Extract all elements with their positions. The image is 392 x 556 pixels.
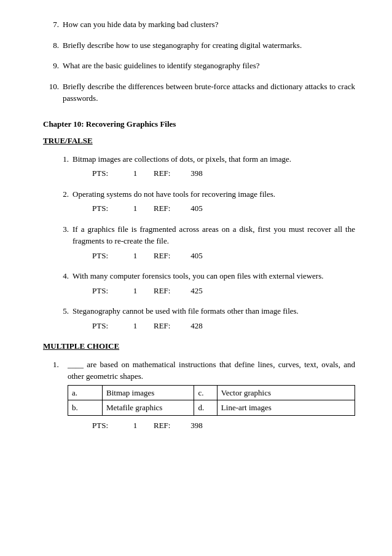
question-10: 10. Briefly describe the differences bet… [43,81,355,105]
mc1-number: 1. [53,359,68,383]
tf4-ref-value: 425 [178,285,215,297]
tf-question-1: 1. Bitmap images are collections of dots… [43,153,355,180]
tf4-text: With many computer forensics tools, you … [73,270,355,282]
question-9: 9. What are the basic guidelines to iden… [43,60,355,72]
q8-text: Briefly describe how to use steganograph… [63,39,355,52]
question-8: 8. Briefly describe how to use steganogr… [43,39,355,52]
tf1-pts-label: PTS: [92,167,117,180]
mc1-d-value: Line-art images [217,400,355,416]
mc1-a-label: a. [68,385,103,400]
mc1-c-label: c. [194,385,217,400]
tf4-pts-label: PTS: [92,285,117,297]
mc1-text: ____ are based on mathematical instructi… [68,359,355,383]
mc1-b-value: Metafile graphics [103,400,194,416]
tf4-pts-row: PTS: 1 REF: 425 [92,285,355,297]
mc1-answer-table: a. Bitmap images c. Vector graphics b. M… [68,385,355,416]
tf1-ref-value: 398 [178,167,215,180]
tf-question-2: 2. Operating systems do not have tools f… [43,188,355,215]
mc1-a-value: Bitmap images [103,385,194,400]
true-false-heading: TRUE/FALSE [43,135,355,147]
tf2-pts-row: PTS: 1 REF: 405 [92,202,355,215]
tf2-text: Operating systems do not have tools for … [73,188,355,201]
tf5-ref-label: REF: [154,320,178,332]
q7-text: How can you hide data by marking bad clu… [63,18,355,31]
mc1-c-value: Vector graphics [217,385,355,400]
tf3-pts-row: PTS: 1 REF: 405 [92,250,355,262]
q9-text: What are the basic guidelines to identif… [63,60,355,72]
tf1-pts-value: 1 [117,167,154,180]
mc1-b-label: b. [68,400,103,416]
tf3-ref-label: REF: [154,250,178,262]
tf1-number: 1. [53,153,73,165]
tf3-pts-value: 1 [117,250,154,262]
tf5-pts-label: PTS: [92,320,117,332]
table-row: b. Metafile graphics d. Line-art images [68,400,355,416]
multiple-choice-heading: MULTIPLE CHOICE [43,340,355,352]
mc1-pts-value: 1 [117,419,154,432]
mc1-pts-label: PTS: [92,419,117,432]
chapter-heading: Chapter 10: Recovering Graphics Files [43,118,355,130]
tf2-ref-label: REF: [154,202,178,215]
tf3-pts-label: PTS: [92,250,117,262]
tf2-pts-label: PTS: [92,202,117,215]
tf5-text: Steganography cannot be used with file f… [73,305,355,317]
q8-number: 8. [43,39,63,52]
tf2-ref-value: 405 [178,202,215,215]
tf1-ref-label: REF: [154,167,178,180]
tf5-pts-row: PTS: 1 REF: 428 [92,320,355,332]
mc1-d-label: d. [194,400,217,416]
tf5-ref-value: 428 [178,320,215,332]
questions-section: 7. How can you hide data by marking bad … [43,18,355,105]
tf3-number: 3. [53,223,73,247]
tf2-number: 2. [53,188,73,201]
tf1-text: Bitmap images are collections of dots, o… [73,153,355,165]
question-7: 7. How can you hide data by marking bad … [43,18,355,31]
tf-question-5: 5. Steganography cannot be used with fil… [43,305,355,332]
q9-number: 9. [43,60,63,72]
q10-text: Briefly describe the differences between… [63,81,355,105]
tf4-number: 4. [53,270,73,282]
table-row: a. Bitmap images c. Vector graphics [68,385,355,400]
mc1-pts-row: PTS: 1 REF: 398 [92,419,355,432]
tf-question-4: 4. With many computer forensics tools, y… [43,270,355,296]
tf2-pts-value: 1 [117,202,154,215]
mc-question-1: 1. ____ are based on mathematical instru… [43,359,355,432]
tf4-pts-value: 1 [117,285,154,297]
tf3-ref-value: 405 [178,250,215,262]
mc1-ref-value: 398 [178,419,215,432]
tf-question-3: 3. If a graphics file is fragmented acro… [43,223,355,262]
mc1-ref-label: REF: [154,419,178,432]
tf4-ref-label: REF: [154,285,178,297]
tf5-number: 5. [53,305,73,317]
tf5-pts-value: 1 [117,320,154,332]
tf3-text: If a graphics file is fragmented across … [73,223,355,247]
q10-number: 10. [43,81,63,105]
q7-number: 7. [43,18,63,31]
tf1-pts-row: PTS: 1 REF: 398 [92,167,355,180]
